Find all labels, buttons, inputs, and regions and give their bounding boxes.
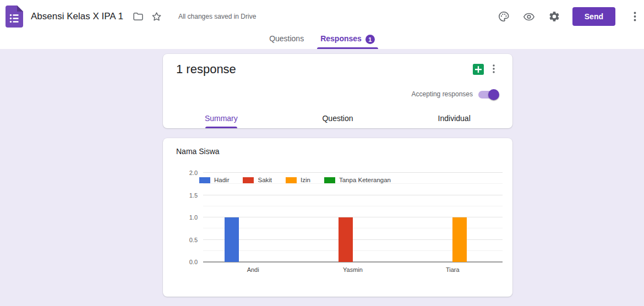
legend-swatch-icon [286,177,297,183]
subtab-summary[interactable]: Summary [163,108,280,128]
star-icon[interactable] [151,10,163,23]
subtab-individual-label: Individual [438,114,471,123]
subtab-question[interactable]: Question [280,108,396,128]
bar-sakit-yasmin [339,217,353,262]
tab-questions-label: Questions [269,34,304,43]
y-axis-tick-label: 2.0 [179,170,198,176]
y-axis-tick-label: 1.0 [179,214,198,221]
subtab-individual[interactable]: Individual [396,108,512,128]
response-count-heading: 1 response [176,62,236,76]
tab-questions[interactable]: Questions [269,33,304,49]
legend-label: Sakit [258,177,272,183]
view-in-sheets-icon[interactable] [473,64,484,77]
responses-count-badge: 1 [365,35,375,44]
legend-item-hadir: Hadir [199,177,229,183]
legend-label: Tanpa Keterangan [339,177,391,183]
accepting-responses-label: Accepting responses [412,90,473,98]
responses-page: 1 response Accepting responses Summary Q… [0,49,644,306]
settings-gear-icon[interactable] [548,10,560,23]
x-axis-category-label: Tiara [446,266,460,273]
chart-legend: HadirSakitIzinTanpa Keterangan [199,177,391,183]
question-chart-card: Nama Siswa HadirSakitIzinTanpa Keteranga… [163,138,512,297]
legend-item-tanpa-keterangan: Tanpa Keterangan [324,177,391,183]
response-view-subtabs: Summary Question Individual [163,108,512,128]
gridline-major [203,195,503,195]
y-axis-tick-label: 1.5 [179,192,198,199]
bar-izin-tiara [452,217,467,262]
form-tabbar: Questions Responses 1 [0,33,644,49]
bar-hadir-andi [225,217,239,262]
legend-label: Hadir [214,177,229,183]
legend-item-sakit: Sakit [243,177,272,183]
y-axis-tick-label: 0.5 [179,237,198,243]
y-axis-tick-label: 0.0 [179,259,198,265]
chart-plot: HadirSakitIzinTanpa Keterangan 0.00.51.0… [203,173,503,262]
tab-responses-label: Responses [320,34,362,43]
subtab-question-label: Question [322,114,353,123]
google-forms-logo-icon[interactable] [6,6,23,28]
responses-more-options-icon[interactable] [488,63,499,75]
gridline-major [203,172,503,173]
move-to-folder-icon[interactable] [132,10,144,23]
subtab-summary-label: Summary [205,114,238,123]
more-options-icon[interactable] [629,10,641,23]
customize-theme-palette-icon[interactable] [498,10,510,23]
response-summary-card: 1 response Accepting responses Summary Q… [163,54,512,128]
topbar-actions: Send [484,7,638,26]
x-axis-category-label: Yasmin [343,266,363,273]
chart-question-title: Nama Siswa [176,147,220,156]
form-title[interactable]: Absensi Kelas X IPA 1 [31,11,123,22]
legend-label: Izin [301,177,310,183]
preview-eye-icon[interactable] [523,10,535,23]
gridline-minor [203,183,503,184]
send-button[interactable]: Send [572,7,615,26]
legend-item-izin: Izin [286,177,310,183]
tab-responses[interactable]: Responses 1 [320,33,375,49]
legend-swatch-icon [199,177,210,183]
toggle-thumb [488,89,499,100]
gridline-minor [203,206,503,206]
top-bar: Absensi Kelas X IPA 1 All changes saved … [0,0,644,33]
legend-swatch-icon [324,177,335,183]
legend-swatch-icon [243,177,254,183]
accepting-responses-toggle[interactable] [478,91,498,99]
x-axis-category-label: Andi [247,266,259,273]
save-status[interactable]: All changes saved in Drive [178,13,256,20]
